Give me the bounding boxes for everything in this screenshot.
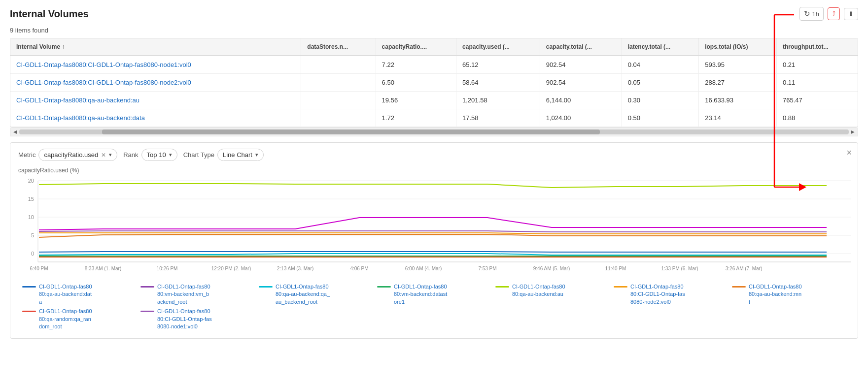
legend-color bbox=[732, 286, 746, 288]
chart-legend: CI-GDL1-Ontap-fas80 80:qa-au-backend:dat… bbox=[18, 283, 850, 330]
chart-type-value: Line Chart bbox=[223, 151, 252, 159]
table-row: CI-GDL1-Ontap-fas8080:CI-GDL1-Ontap-fas8… bbox=[10, 56, 858, 74]
chart-type-pill[interactable]: Line Chart ▾ bbox=[217, 149, 264, 161]
items-count: 9 items found bbox=[0, 25, 868, 38]
svg-text:7:53 PM: 7:53 PM bbox=[478, 266, 496, 271]
chart-close-button[interactable]: × bbox=[846, 148, 852, 158]
row-capacity-total: 902.54 bbox=[540, 56, 622, 74]
row-datastores bbox=[301, 56, 376, 74]
row-latency: 0.04 bbox=[622, 56, 699, 74]
chart-controls: Metric capacityRatio.used ✕ ▾ Rank Top 1… bbox=[18, 149, 850, 161]
legend-color bbox=[259, 286, 273, 288]
row-capacity-ratio: 7.22 bbox=[376, 56, 456, 74]
svg-text:5: 5 bbox=[31, 232, 34, 238]
col-header-datastores[interactable]: dataStores.n... bbox=[301, 38, 376, 56]
chart-section: Metric capacityRatio.used ✕ ▾ Rank Top 1… bbox=[10, 142, 858, 339]
scroll-right-arrow[interactable]: ▶ bbox=[849, 128, 857, 136]
legend-label[interactable]: CI-GDL1-Ontap-fas80 80:vm-backend:vm_b a… bbox=[157, 283, 210, 306]
legend-item: CI-GDL1-Ontap-fas80 80:qa-au-backend:dat… bbox=[22, 283, 131, 306]
scroll-thumb[interactable] bbox=[102, 129, 600, 134]
rank-label: Rank bbox=[123, 151, 138, 159]
table-scrollbar[interactable]: ◀ ▶ bbox=[10, 128, 858, 136]
legend-color bbox=[140, 286, 154, 288]
table-header-row: Internal Volume ↑ dataStores.n... capaci… bbox=[10, 38, 858, 56]
legend-label[interactable]: CI-GDL1-Ontap-fas80 80:qa-au-backend:dat… bbox=[39, 283, 92, 306]
page-header: Internal Volumes ↻ 1h ⤴ ⬇ bbox=[0, 0, 868, 25]
legend-label[interactable]: CI-GDL1-Ontap-fas80 80:qa-au-backend:au bbox=[512, 283, 565, 298]
refresh-button[interactable]: ↻ 1h bbox=[799, 7, 824, 21]
row-latency: 0.30 bbox=[622, 92, 699, 109]
row-capacity-ratio: 1.72 bbox=[376, 109, 456, 127]
row-capacity-total: 1,024.00 bbox=[540, 109, 622, 127]
svg-text:4:06 PM: 4:06 PM bbox=[350, 266, 368, 271]
header-controls: ↻ 1h ⤴ ⬇ bbox=[799, 7, 858, 21]
row-iops: 16,633.93 bbox=[699, 92, 777, 109]
col-header-capacity-used[interactable]: capacity.used (... bbox=[456, 38, 540, 56]
svg-text:8:33 AM (1. Mar): 8:33 AM (1. Mar) bbox=[85, 266, 121, 271]
svg-text:10:26 PM: 10:26 PM bbox=[157, 266, 178, 271]
legend-color bbox=[495, 286, 509, 288]
row-name[interactable]: CI-GDL1-Ontap-fas8080:CI-GDL1-Ontap-fas8… bbox=[10, 56, 301, 74]
table-row: CI-GDL1-Ontap-fas8080:CI-GDL1-Ontap-fas8… bbox=[10, 74, 858, 92]
rank-value: Top 10 bbox=[147, 151, 166, 159]
row-name[interactable]: CI-GDL1-Ontap-fas8080:qa-au-backend:au bbox=[10, 92, 301, 109]
row-capacity-used: 17.58 bbox=[456, 109, 540, 127]
legend-label[interactable]: CI-GDL1-Ontap-fas80 80:qa-au-backend:qa_… bbox=[276, 283, 330, 306]
row-capacity-ratio: 19.56 bbox=[376, 92, 456, 109]
legend-label[interactable]: CI-GDL1-Ontap-fas80 80:vm-backend:datast… bbox=[394, 283, 447, 306]
legend-label[interactable]: CI-GDL1-Ontap-fas80 80:CI-GDL1-Ontap-fas… bbox=[630, 283, 685, 306]
legend-item: CI-GDL1-Ontap-fas80 80:CI-GDL1-Ontap-fas… bbox=[614, 283, 722, 306]
legend-label[interactable]: CI-GDL1-Ontap-fas80 80:CI-GDL1-Ontap-fas… bbox=[157, 308, 212, 330]
row-datastores bbox=[301, 74, 376, 92]
legend-label[interactable]: CI-GDL1-Ontap-fas80 80:qa-random:qa_ran … bbox=[39, 308, 92, 330]
col-header-throughput[interactable]: throughput.tot... bbox=[776, 38, 858, 56]
export-button[interactable]: ⬇ bbox=[844, 8, 858, 20]
legend-item: CI-GDL1-Ontap-fas80 80:qa-random:qa_ran … bbox=[22, 308, 131, 330]
legend-label[interactable]: CI-GDL1-Ontap-fas80 80:qa-au-backend:mn … bbox=[749, 283, 802, 306]
row-capacity-ratio: 6.50 bbox=[376, 74, 456, 92]
row-throughput: 0.11 bbox=[776, 74, 858, 92]
svg-text:6:40 PM: 6:40 PM bbox=[30, 266, 48, 271]
svg-text:11:40 PM: 11:40 PM bbox=[605, 266, 626, 271]
metric-pill[interactable]: capacityRatio.used ✕ ▾ bbox=[38, 149, 117, 161]
row-iops: 288.27 bbox=[699, 74, 777, 92]
chart-type-control: Chart Type Line Chart ▾ bbox=[183, 149, 264, 161]
row-name[interactable]: CI-GDL1-Ontap-fas8080:qa-au-backend:data bbox=[10, 109, 301, 127]
chart-toggle-button[interactable]: ⤴ bbox=[828, 7, 840, 20]
row-name[interactable]: CI-GDL1-Ontap-fas8080:CI-GDL1-Ontap-fas8… bbox=[10, 74, 301, 92]
legend-color bbox=[22, 286, 36, 288]
table-row: CI-GDL1-Ontap-fas8080:qa-au-backend:au 1… bbox=[10, 92, 858, 109]
row-throughput: 0.21 bbox=[776, 56, 858, 74]
legend-item: CI-GDL1-Ontap-fas80 80:vm-backend:datast… bbox=[377, 283, 486, 306]
scroll-track[interactable] bbox=[19, 129, 849, 134]
col-header-capacity-total[interactable]: capacity.total (... bbox=[540, 38, 622, 56]
table-container: Internal Volume ↑ dataStores.n... capaci… bbox=[10, 38, 858, 128]
metric-clear-button[interactable]: ✕ bbox=[101, 152, 106, 159]
row-datastores bbox=[301, 109, 376, 127]
svg-text:9:46 AM (5. Mar): 9:46 AM (5. Mar) bbox=[533, 266, 570, 271]
scroll-left-arrow[interactable]: ◀ bbox=[11, 128, 19, 136]
data-table: Internal Volume ↑ dataStores.n... capaci… bbox=[10, 38, 858, 127]
row-latency: 0.05 bbox=[622, 74, 699, 92]
line-chart: 20 15 10 5 0 6:40 PM 8:33 AM (1. Mar) 10… bbox=[18, 176, 856, 279]
chart-y-axis-label: capacityRatio.used (%) bbox=[18, 167, 850, 174]
row-datastores bbox=[301, 92, 376, 109]
col-header-capacity-ratio[interactable]: capacityRatio.... bbox=[376, 38, 456, 56]
row-capacity-total: 6,144.00 bbox=[540, 92, 622, 109]
line-chart-icon: ⤴ bbox=[832, 10, 835, 18]
row-capacity-total: 902.54 bbox=[540, 74, 622, 92]
legend-color bbox=[140, 311, 154, 312]
legend-color bbox=[22, 311, 36, 312]
metric-label: Metric bbox=[18, 151, 35, 159]
col-header-latency[interactable]: latency.total (... bbox=[622, 38, 699, 56]
rank-chevron-icon: ▾ bbox=[169, 152, 172, 158]
metric-chevron-icon: ▾ bbox=[109, 152, 112, 158]
svg-text:1:33 PM (6. Mar): 1:33 PM (6. Mar) bbox=[661, 266, 698, 271]
rank-pill[interactable]: Top 10 ▾ bbox=[141, 149, 177, 161]
legend-item: CI-GDL1-Ontap-fas80 80:qa-au-backend:qa_… bbox=[259, 283, 367, 306]
row-capacity-used: 65.12 bbox=[456, 56, 540, 74]
chart-type-chevron-icon: ▾ bbox=[255, 152, 258, 158]
col-header-iops[interactable]: iops.total (IO/s) bbox=[699, 38, 777, 56]
row-throughput: 765.47 bbox=[776, 92, 858, 109]
col-header-name[interactable]: Internal Volume ↑ bbox=[10, 38, 301, 56]
